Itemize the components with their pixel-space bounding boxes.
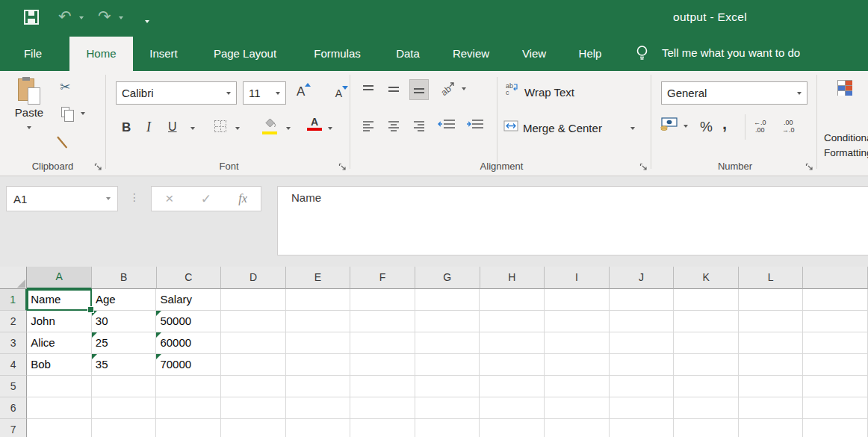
row-header-1[interactable]: 1 (0, 289, 27, 311)
tab-insert[interactable]: Insert (144, 37, 183, 71)
cell-e2[interactable] (286, 311, 351, 332)
cell-f4[interactable] (350, 354, 415, 376)
middle-align-button[interactable] (384, 79, 403, 100)
cell-c5[interactable] (156, 376, 221, 397)
cell-d5[interactable] (221, 376, 286, 397)
cell-k7[interactable] (674, 419, 739, 437)
cell-h2[interactable] (480, 311, 545, 332)
row-header-5[interactable]: 5 (0, 376, 27, 397)
cell-i3[interactable] (545, 332, 610, 354)
cell-a6[interactable] (27, 397, 92, 419)
wrap-text-button[interactable]: Wrap Text (524, 86, 574, 99)
tab-file[interactable]: File (15, 37, 51, 71)
top-align-button[interactable] (359, 79, 378, 100)
row-header-3[interactable]: 3 (0, 332, 27, 354)
cell-f7[interactable] (350, 419, 415, 437)
cell-b3[interactable]: 25 (92, 332, 157, 354)
cell-b4[interactable]: 35 (92, 354, 157, 376)
cell-a3[interactable]: Alice (27, 332, 92, 354)
bold-button[interactable]: B (122, 120, 131, 135)
cell-f1[interactable] (350, 289, 415, 311)
row-header-4[interactable]: 4 (0, 354, 27, 376)
cell-i2[interactable] (545, 311, 610, 332)
cell-g7[interactable] (415, 419, 480, 437)
cell-k6[interactable] (674, 397, 739, 419)
column-header-a[interactable]: A (27, 267, 92, 289)
cell-d4[interactable] (221, 354, 286, 376)
bottom-align-button[interactable] (409, 79, 429, 100)
tab-review[interactable]: Review (450, 37, 492, 71)
cell-h1[interactable] (480, 289, 545, 311)
comma-style-button[interactable]: , (722, 114, 727, 134)
cell-g4[interactable] (415, 354, 480, 376)
cell-k5[interactable] (674, 376, 739, 397)
fill-color-chevron-icon[interactable] (286, 127, 291, 130)
cell-l5[interactable] (739, 376, 804, 397)
increase-font-size-button[interactable]: A (297, 84, 305, 99)
cell-i6[interactable] (545, 397, 610, 419)
tell-me-box[interactable]: Tell me what you want to do (662, 35, 800, 71)
tab-data[interactable]: Data (394, 37, 422, 71)
cell-e4[interactable] (286, 354, 351, 376)
decrease-indent-icon[interactable] (438, 118, 457, 134)
cell-j3[interactable] (610, 332, 675, 354)
cell-b2[interactable]: 30 (92, 311, 157, 332)
font-dialog-launcher-icon[interactable] (338, 163, 347, 171)
cell-a2[interactable]: John (27, 311, 92, 332)
cell-d1[interactable] (221, 289, 286, 311)
cell-j1[interactable] (610, 289, 675, 311)
cell-j4[interactable] (610, 354, 675, 376)
tab-formulas[interactable]: Formulas (309, 37, 365, 71)
enter-icon[interactable]: ✓ (201, 191, 211, 207)
cell-k4[interactable] (674, 354, 739, 376)
cell-i4[interactable] (545, 354, 610, 376)
undo-icon[interactable]: ↶ (58, 8, 72, 24)
fill-color-icon[interactable] (262, 117, 277, 134)
cell-e3[interactable] (286, 332, 351, 354)
column-header-d[interactable]: D (221, 267, 286, 289)
insert-function-icon[interactable]: fx (238, 192, 247, 205)
cell-c2[interactable]: 50000 (156, 311, 221, 332)
clipboard-dialog-launcher-icon[interactable] (94, 163, 102, 171)
cell-b1[interactable]: Age (92, 289, 157, 311)
cell-e5[interactable] (286, 376, 351, 397)
cell-j2[interactable] (610, 311, 675, 332)
decrease-font-size-button[interactable]: A (335, 87, 342, 99)
cell-k3[interactable] (674, 332, 739, 354)
cell-c4[interactable]: 70000 (156, 354, 221, 376)
cell-b5[interactable] (92, 376, 157, 397)
undo-chevron-icon[interactable] (79, 16, 84, 19)
borders-chevron-icon[interactable] (235, 127, 240, 130)
cell-g1[interactable] (415, 289, 480, 311)
cell-a7[interactable] (27, 419, 92, 437)
number-format-select[interactable]: General (661, 81, 807, 105)
column-header-i[interactable]: I (545, 267, 610, 289)
increase-decimal-button[interactable]: ←.0 .00 (754, 119, 766, 134)
cell-k1[interactable] (674, 289, 739, 311)
font-color-icon[interactable]: A (307, 117, 322, 131)
cell-h5[interactable] (480, 376, 545, 397)
cell-c7[interactable] (156, 419, 221, 437)
format-painter-icon[interactable] (58, 129, 75, 147)
merge-center-chevron-icon[interactable] (630, 127, 635, 130)
align-left-button[interactable] (359, 116, 378, 137)
cell-f6[interactable] (350, 397, 415, 419)
cell-d2[interactable] (221, 311, 286, 332)
cell-l4[interactable] (739, 354, 804, 376)
cell-j7[interactable] (610, 419, 675, 437)
alignment-dialog-launcher-icon[interactable] (639, 163, 648, 171)
accounting-format-icon[interactable] (660, 117, 678, 134)
select-all-corner[interactable] (0, 267, 27, 289)
merge-center-icon[interactable] (503, 120, 518, 134)
percent-style-button[interactable]: % (700, 119, 713, 135)
column-header-e[interactable]: E (286, 267, 351, 289)
align-right-button[interactable] (409, 116, 429, 137)
cell-h4[interactable] (480, 354, 545, 376)
column-header-b[interactable]: B (92, 267, 157, 289)
tab-page-layout[interactable]: Page Layout (209, 37, 281, 71)
orientation-chevron-icon[interactable] (462, 87, 466, 90)
underline-chevron-icon[interactable] (190, 127, 195, 130)
copy-chevron-icon[interactable] (81, 112, 85, 115)
cell-a4[interactable]: Bob (27, 354, 92, 376)
redo-icon[interactable]: ↷ (98, 8, 111, 24)
